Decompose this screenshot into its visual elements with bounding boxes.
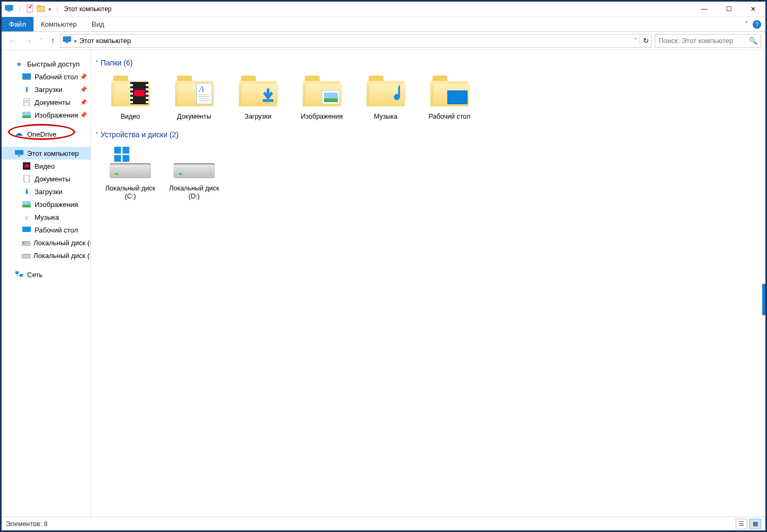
pin-icon: 📌 xyxy=(80,112,87,119)
drive-item-d[interactable]: Локальный диск (D:) xyxy=(169,144,220,201)
item-count: Элементов: 8 xyxy=(6,520,47,528)
sidebar-item-pictures[interactable]: Изображения 📌 xyxy=(2,109,90,121)
address-dropdown[interactable]: ˅ xyxy=(634,37,637,44)
sidebar-quick-access[interactable]: ★ Быстрый доступ xyxy=(2,57,90,70)
qat-properties-icon[interactable] xyxy=(26,4,34,14)
pin-icon: 📌 xyxy=(80,86,87,93)
svg-rect-30 xyxy=(122,155,129,162)
folder-item-desktop[interactable]: Рабочий стол xyxy=(424,72,475,121)
search-icon: 🔍 xyxy=(749,37,757,45)
sidebar-item-music[interactable]: ♪ Музыка xyxy=(2,211,90,223)
sidebar-item-label: Рабочий стол xyxy=(35,73,78,81)
qat-dropdown-icon[interactable]: ▾ xyxy=(48,6,51,12)
up-button[interactable]: ↑ xyxy=(48,36,57,46)
music-icon: ♪ xyxy=(22,213,31,221)
svg-rect-13 xyxy=(22,115,31,118)
help-icon[interactable]: ? xyxy=(753,20,761,29)
recent-dropdown[interactable]: ˅ xyxy=(38,37,45,44)
sidebar-item-label: Локальный диск (C xyxy=(34,239,91,247)
section-header-drives[interactable]: ˅ Устройства и диски (2) xyxy=(95,130,761,139)
forward-button[interactable]: → xyxy=(22,36,35,46)
drive-item-c[interactable]: Локальный диск (C:) xyxy=(105,144,156,201)
sidebar-item-documents[interactable]: Документы xyxy=(2,172,90,185)
svg-rect-27 xyxy=(114,147,121,154)
svg-rect-8 xyxy=(22,79,31,80)
item-label: Локальный диск (D:) xyxy=(169,185,220,201)
sidebar-network[interactable]: Сеть xyxy=(2,268,90,281)
scrollbar-thumb[interactable] xyxy=(762,284,765,315)
maximize-button[interactable]: ☐ xyxy=(716,2,741,17)
sidebar-item-desktop[interactable]: Рабочий стол 📌 xyxy=(2,70,90,83)
sidebar-item-label: Видео xyxy=(35,162,55,170)
svg-rect-1 xyxy=(7,11,11,12)
sidebar-item-desktop[interactable]: Рабочий стол xyxy=(2,223,90,236)
sidebar-item-drive-c[interactable]: Локальный диск (C xyxy=(2,236,90,249)
ribbon-tab-file[interactable]: Файл xyxy=(2,17,34,31)
sidebar-onedrive[interactable]: OneDrive xyxy=(2,128,90,140)
download-icon: ⬇ xyxy=(22,188,31,196)
svg-rect-18 xyxy=(24,175,29,182)
sidebar-item-pictures[interactable]: Изображения xyxy=(2,198,90,211)
image-icon xyxy=(22,201,31,207)
qat-newfolder-icon[interactable] xyxy=(37,5,45,14)
pc-icon xyxy=(63,36,72,45)
item-label: Загрузки xyxy=(245,113,271,121)
folder-item-music[interactable]: Музыка xyxy=(360,72,411,121)
folder-item-downloads[interactable]: Загрузки xyxy=(232,72,284,121)
ribbon-tab-view[interactable]: Вид xyxy=(84,17,112,31)
item-label: Локальный диск (C:) xyxy=(105,185,156,201)
sidebar-item-label: Загрузки xyxy=(35,86,62,94)
back-button[interactable]: ← xyxy=(6,36,19,46)
sidebar-this-pc[interactable]: Этот компьютер xyxy=(2,147,90,160)
drive-icon xyxy=(22,239,30,246)
pc-icon xyxy=(14,150,24,156)
svg-rect-0 xyxy=(5,5,13,10)
chevron-right-icon[interactable]: ▸ xyxy=(74,38,77,44)
quick-access-toolbar: ｜ ▾ ｜ xyxy=(5,4,61,14)
document-icon xyxy=(22,98,31,106)
view-large-icons-button[interactable]: ▦ xyxy=(749,519,761,529)
sidebar-item-downloads[interactable]: ⬇ Загрузки xyxy=(2,185,90,198)
sidebar-label: Сеть xyxy=(27,271,43,279)
address-bar[interactable]: ▸ Этот компьютер ˅ ↻ xyxy=(60,34,652,48)
svg-rect-4 xyxy=(37,5,40,7)
sidebar-item-drive-d[interactable]: Локальный диск (D xyxy=(2,249,90,262)
star-icon: ★ xyxy=(14,60,24,68)
status-bar: Элементов: 8 ☰ ▦ xyxy=(2,517,765,530)
main-area: ★ Быстрый доступ Рабочий стол 📌 ⬇ Загруз… xyxy=(2,50,765,517)
breadcrumb-item[interactable]: Этот компьютер xyxy=(79,37,131,45)
sidebar-item-label: Музыка xyxy=(35,213,59,221)
sidebar-item-downloads[interactable]: ⬇ Загрузки 📌 xyxy=(2,83,90,96)
svg-rect-17 xyxy=(24,164,29,168)
window-title: Этот компьютер xyxy=(64,5,112,13)
desktop-icon xyxy=(22,227,31,233)
ribbon-tab-computer[interactable]: Компьютер xyxy=(34,17,84,31)
svg-rect-14 xyxy=(15,150,23,155)
section-header-folders[interactable]: ˅ Папки (6) xyxy=(95,59,761,67)
folder-item-documents[interactable]: Документы xyxy=(169,72,220,121)
ribbon-collapse-icon[interactable]: ˅ xyxy=(745,21,748,28)
sidebar-item-videos[interactable]: Видео xyxy=(2,160,90,172)
content-pane: ˅ Папки (6) Видео Документы Загрузки Изо… xyxy=(91,50,765,517)
section-title: Устройства и диски (2) xyxy=(101,130,179,139)
sidebar-item-documents[interactable]: Документы 📌 xyxy=(2,96,90,109)
download-icon: ⬇ xyxy=(22,86,31,94)
search-box[interactable]: Поиск: Этот компьютер 🔍 xyxy=(655,34,761,48)
svg-rect-5 xyxy=(63,37,71,41)
refresh-button[interactable]: ↻ xyxy=(639,37,649,45)
folder-item-videos[interactable]: Видео xyxy=(105,72,156,121)
pin-icon: 📌 xyxy=(80,73,87,80)
drives-grid: Локальный диск (C:) Локальный диск (D:) xyxy=(95,144,761,201)
close-button[interactable]: ✕ xyxy=(741,2,765,17)
svg-rect-15 xyxy=(18,155,21,156)
sidebar-item-label: Документы xyxy=(35,175,70,183)
section-title: Папки (6) xyxy=(101,59,132,67)
view-details-button[interactable]: ☰ xyxy=(736,519,747,529)
svg-rect-6 xyxy=(65,42,69,43)
minimize-button[interactable]: — xyxy=(692,2,716,17)
ribbon: Файл Компьютер Вид ˅ ? xyxy=(2,17,765,32)
sidebar-item-label: Документы xyxy=(35,98,70,106)
svg-rect-25 xyxy=(15,271,19,274)
svg-rect-23 xyxy=(23,243,24,244)
folder-item-pictures[interactable]: Изображения xyxy=(296,72,347,121)
